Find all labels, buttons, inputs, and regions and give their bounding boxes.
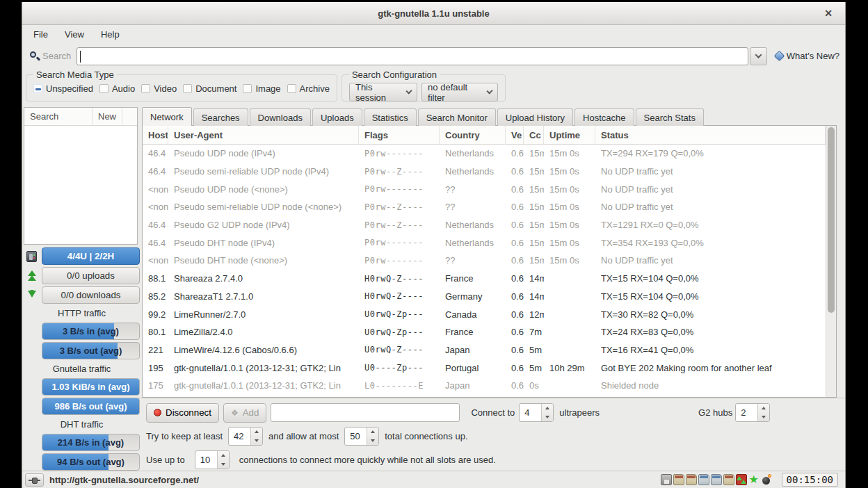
tab-search-monitor[interactable]: Search Monitor [418, 108, 496, 126]
session-dropdown[interactable]: This session [349, 83, 417, 101]
cell-host: <non [143, 202, 168, 212]
tab-statistics[interactable]: Statistics [364, 108, 417, 126]
table-row[interactable]: 46.4Pseudo semi-reliable UDP node (IPv4)… [143, 163, 826, 181]
traffic-progressbar: 214 B/s in (avg) [42, 434, 140, 451]
stepper-arrows[interactable] [541, 404, 553, 421]
tab-downloads[interactable]: Downloads [250, 108, 311, 126]
cell-uptime: 10h 29m [544, 363, 595, 373]
disconnect-button[interactable]: Disconnect [146, 403, 219, 423]
column-header-useragent[interactable]: User-Agent [168, 126, 359, 144]
column-header-ve[interactable]: Ve [506, 126, 524, 144]
cell-ve: 0.6 [506, 148, 524, 158]
traffic-bar-label: 3 B/s in (avg) [42, 323, 139, 339]
media-type-option-audio[interactable]: Audio [99, 83, 135, 94]
scrollbar-thumb[interactable] [828, 127, 835, 313]
downloads-arrow-icon [27, 290, 37, 301]
table-scrollbar[interactable] [826, 126, 836, 397]
tab-network[interactable]: Network [142, 107, 192, 126]
default-filter-dropdown[interactable]: no default filter [421, 83, 498, 101]
disconnect-label: Disconnect [166, 407, 211, 418]
stepper-arrows[interactable] [367, 428, 378, 445]
stepper-arrows[interactable] [757, 404, 769, 421]
close-icon[interactable]: ✕ [821, 6, 835, 20]
menu-item-help[interactable]: Help [93, 26, 128, 42]
menu-item-view[interactable]: View [56, 26, 93, 42]
table-row[interactable]: 46.4Pseudo UDP node (IPv4)P0rw-------Net… [143, 145, 826, 163]
diamond-icon [774, 51, 785, 62]
cell-agent: LimeWire/4.12.6 (Cabos/0.6.6) [168, 345, 359, 355]
uploads-button[interactable]: 0/0 uploads [42, 267, 140, 284]
downloads-button[interactable]: 0/0 downloads [42, 286, 140, 304]
column-header-cc[interactable]: Cc [524, 126, 544, 144]
add-button[interactable]: ❖ Add [223, 403, 266, 423]
homepage-url[interactable]: http://gtk-gnutella.sourceforge.net/ [49, 475, 199, 485]
table-row[interactable]: 46.4Pseudo G2 UDP node (IPv4)P0rw--Z----… [143, 216, 826, 234]
host-address-input[interactable] [271, 403, 460, 422]
use-up-to-stepper[interactable]: 10 [195, 450, 230, 469]
table-row[interactable]: 221LimeWire/4.12.6 (Cabos/0.6.6)U0rwQ-Z-… [143, 341, 826, 359]
search-history-dropdown-button[interactable] [750, 47, 767, 65]
media-type-option-video[interactable]: Video [141, 83, 177, 94]
column-header-host[interactable]: Host [143, 126, 168, 144]
table-row[interactable]: <nonPseudo semi-reliable UDP node (<none… [143, 198, 826, 216]
cell-agent: LimeZilla/2.4.0 [168, 327, 359, 337]
g2-hubs-stepper[interactable]: 2 [735, 403, 770, 422]
whats-new-link[interactable]: What's New? [775, 51, 839, 61]
cell-flags: P0rw--Z---- [359, 167, 440, 177]
stepper-arrows[interactable] [217, 451, 229, 469]
media-type-option-document[interactable]: Document [183, 83, 236, 94]
column-header-country[interactable]: Country [440, 126, 506, 144]
main-panel: NetworkSearchesDownloadsUploadsStatistic… [140, 106, 845, 471]
cell-status: TX=15 RX=104 Q=0,0% [595, 291, 826, 302]
table-row[interactable]: 99.2LimeRunner/2.7.0U0rwQ-Zp---Canada0.6… [143, 305, 826, 323]
allow-at-most-stepper[interactable]: 50 [344, 427, 379, 446]
ultrapeers-stepper[interactable]: 4 [519, 403, 554, 422]
titlebar[interactable]: gtk-gnutella 1.1u unstable ✕ [22, 2, 845, 25]
cell-flags: H0rwQ-Z---- [359, 274, 440, 284]
table-row[interactable]: 195gtk-gnutella/1.0.1 (2013-12-31; GTK2;… [143, 359, 826, 377]
tab-upload-history[interactable]: Upload History [497, 108, 573, 126]
column-header-uptime[interactable]: Uptime [544, 126, 595, 144]
tab-hostcache[interactable]: Hostcache [574, 108, 634, 126]
checkbox-unchecked-icon[interactable] [99, 84, 108, 93]
tab-uploads[interactable]: Uploads [312, 108, 362, 126]
ultrapeers-value: 4 [520, 404, 541, 421]
new-column-header[interactable]: New [93, 108, 122, 125]
cell-country: Netherlands [440, 220, 506, 230]
checkbox-unchecked-icon[interactable] [287, 84, 296, 93]
table-row[interactable]: 85.2ShareazaT1 2.7.1.0H0rwQ-Z----Germany… [143, 288, 826, 306]
table-row[interactable]: 88.1Shareaza 2.7.4.0H0rwQ-Z----France0.6… [143, 270, 826, 288]
table-row[interactable]: 80.1LimeZilla/2.4.0U0rwQ-Zp---France0.67… [143, 323, 826, 341]
table-row[interactable]: <nonPseudo UDP node (<none>)P0rw-------?… [143, 180, 826, 198]
search-label-box[interactable]: Search [28, 51, 77, 61]
media-type-option-unspecified[interactable]: Unspecified [33, 83, 93, 94]
checkbox-indeterminate-icon[interactable] [33, 84, 42, 93]
media-type-legend: Search Media Type [33, 70, 117, 80]
column-header-status[interactable]: Status [595, 126, 826, 144]
search-column-header[interactable]: Search [24, 108, 93, 125]
search-list[interactable]: Search New [24, 107, 138, 245]
media-type-option-image[interactable]: Image [243, 83, 280, 94]
menu-item-file[interactable]: File [25, 26, 56, 42]
checkbox-unchecked-icon[interactable] [243, 84, 252, 93]
checkbox-unchecked-icon[interactable] [141, 84, 150, 93]
stepper-arrows[interactable] [250, 428, 262, 445]
connections-summary-button[interactable]: 4/4U | 2/2H [42, 247, 140, 265]
search-input[interactable] [77, 47, 748, 65]
cell-ve: 0.6 [506, 291, 524, 302]
tab-searches[interactable]: Searches [193, 108, 248, 126]
media-type-option-archive[interactable]: Archive [287, 83, 330, 94]
checkbox-unchecked-icon[interactable] [183, 84, 192, 93]
cell-status: Shielded node [595, 380, 826, 391]
column-header-flags[interactable]: Flags [359, 126, 440, 144]
table-row[interactable]: 46.4Pseudo DHT node (IPv4)P0rw-------Net… [143, 234, 826, 252]
table-row[interactable]: <nonPseudo DHT node (<none>)P0rw-------?… [143, 252, 826, 270]
cell-flags: U0----Zp--- [359, 363, 440, 373]
traffic-bar-row: 3 B/s in (avg) [24, 323, 140, 340]
keep-at-least-stepper[interactable]: 42 [228, 427, 263, 446]
table-row[interactable]: 175gtk-gnutella/1.0.1 (2013-12-31; GTK2;… [143, 377, 826, 395]
connector-button[interactable] [25, 473, 44, 487]
cell-cc: 7m [524, 327, 544, 337]
tab-search-stats[interactable]: Search Stats [636, 108, 704, 126]
cell-status: TX=1291 RX=0 Q=0,0% [595, 220, 826, 230]
